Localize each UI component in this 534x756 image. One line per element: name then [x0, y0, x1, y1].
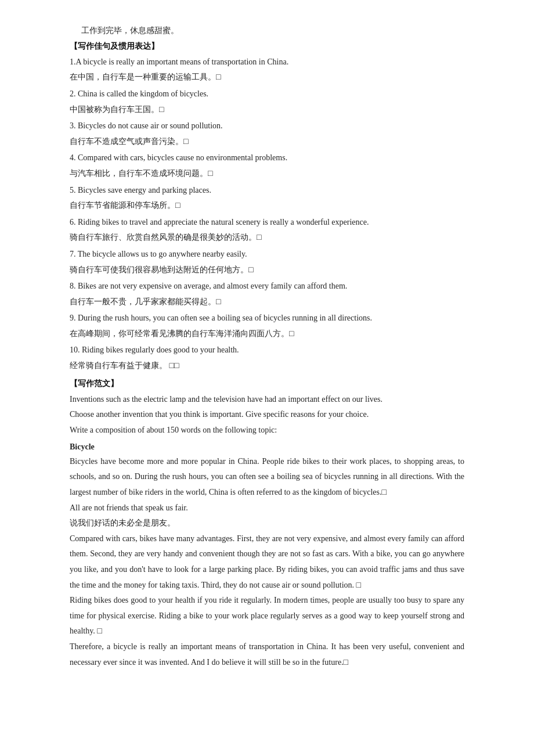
- paragraph-4: Therefore, a bicycle is really an import…: [70, 639, 464, 670]
- item-10: 10. Riding bikes regularly does good to …: [70, 343, 464, 373]
- section2-header-text: 【写作范文】: [70, 379, 118, 388]
- section1-header-text: 【写作佳句及惯用表达】: [70, 42, 159, 51]
- item-4: 4. Compared with cars, bicycles cause no…: [70, 150, 464, 181]
- item-10-cn: 经常骑自行车有益于健康。 □□: [70, 358, 464, 374]
- paragraph-2: Compared with cars, bikes have many adva…: [70, 531, 464, 593]
- item-3-cn: 自行车不造成空气或声音污染。□: [70, 134, 464, 150]
- item-9-cn: 在高峰期间，你可经常看见沸腾的自行车海洋涌向四面八方。□: [70, 326, 464, 342]
- item-1-cn: 在中国，自行车是一种重要的运输工具。□: [70, 70, 464, 85]
- composition-title: Bicycle: [70, 440, 464, 454]
- item-8-en: 8. Bikes are not very expensive on avera…: [70, 279, 464, 294]
- item-1: 1.A bicycle is really an important means…: [70, 55, 464, 85]
- item-9-en: 9. During the rush hours, you can often …: [70, 311, 464, 326]
- top-line: 工作到完毕，休息感甜蜜。: [70, 23, 464, 39]
- item-7-en: 7. The bicycle allows us to go anywhere …: [70, 247, 464, 262]
- item-6-cn: 骑自行车旅行、欣赏自然风景的确是很美妙的活动。□: [70, 230, 464, 246]
- top-line-text: 工作到完毕，休息感甜蜜。: [81, 26, 179, 35]
- item-8-cn: 自行车一般不贵，几乎家家都能买得起。□: [70, 294, 464, 310]
- item-1-en: 1.A bicycle is really an important means…: [70, 55, 464, 70]
- item-5-cn: 自行车节省能源和停车场所。□: [70, 198, 464, 214]
- prompt-line2: Choose another invention that you think …: [70, 407, 464, 423]
- paragraph-1: Bicycles have become more and more popul…: [70, 454, 464, 501]
- proverb-cn: 说我们好话的未必全是朋友。: [70, 516, 464, 531]
- item-2-cn: 中国被称为自行车王国。□: [70, 102, 464, 118]
- item-5-en: 5. Bicycles save energy and parking plac…: [70, 183, 464, 199]
- section1-header: 【写作佳句及惯用表达】: [70, 39, 464, 53]
- item-6: 6. Riding bikes to travel and appreciate…: [70, 215, 464, 246]
- item-3-en: 3. Bicycles do not cause air or sound po…: [70, 118, 464, 134]
- item-4-cn: 与汽车相比，自行车不造成环境问题。□: [70, 166, 464, 182]
- item-7: 7. The bicycle allows us to go anywhere …: [70, 247, 464, 278]
- item-4-en: 4. Compared with cars, bicycles cause no…: [70, 150, 464, 166]
- item-3: 3. Bicycles do not cause air or sound po…: [70, 118, 464, 149]
- prompt-line3: Write a composition of about 150 words o…: [70, 423, 464, 438]
- item-7-cn: 骑自行车可使我们很容易地到达附近的任何地方。□: [70, 262, 464, 278]
- items-list: 1.A bicycle is really an important means…: [70, 55, 464, 374]
- item-2-en: 2. China is called the kingdom of bicycl…: [70, 87, 464, 102]
- item-9: 9. During the rush hours, you can often …: [70, 311, 464, 341]
- proverb-en: All are not friends that speak us fair.: [70, 501, 464, 516]
- section2-header: 【写作范文】: [70, 376, 464, 391]
- paragraph-3: Riding bikes does good to your health if…: [70, 593, 464, 639]
- item-10-en: 10. Riding bikes regularly does good to …: [70, 343, 464, 358]
- item-2: 2. China is called the kingdom of bicycl…: [70, 87, 464, 117]
- item-5: 5. Bicycles save energy and parking plac…: [70, 183, 464, 214]
- item-6-en: 6. Riding bikes to travel and appreciate…: [70, 215, 464, 231]
- prompt-line1: Inventions such as the electric lamp and…: [70, 392, 464, 408]
- item-8: 8. Bikes are not very expensive on avera…: [70, 279, 464, 309]
